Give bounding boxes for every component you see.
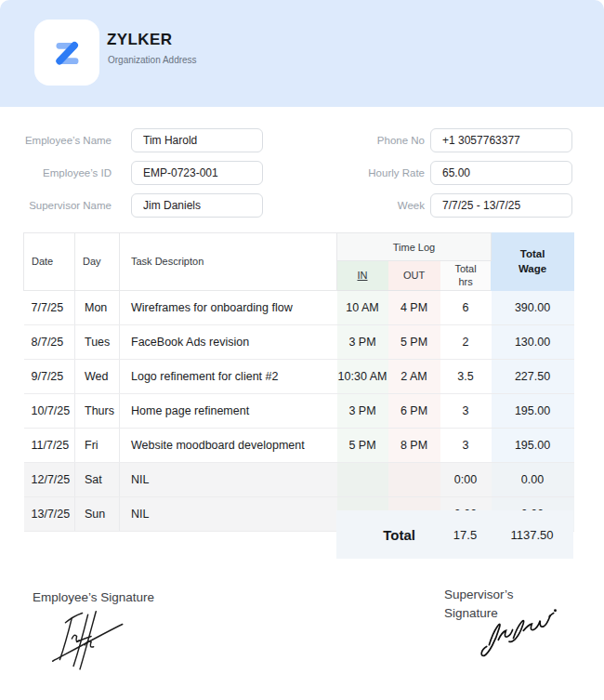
cell-task-description: FaceBook Ads revision <box>120 324 337 359</box>
timesheet-table: Date Day Task Descripton Time Log Total … <box>23 232 574 532</box>
cell-task-description: Wireframes for onboarding flow <box>120 290 337 324</box>
cell-total-wage: 195.00 <box>492 393 574 428</box>
phone-no-input[interactable] <box>430 128 572 152</box>
cell-date: 9/7/25 <box>24 359 75 393</box>
logo-tile <box>34 20 99 86</box>
week-label: Week <box>346 200 425 211</box>
header-total-hrs-label: Total hrs <box>450 262 481 289</box>
cell-time-out: 4 PM <box>388 290 440 324</box>
cell-day: Fri <box>75 428 120 462</box>
field-phone-no: Phone No <box>346 128 572 152</box>
cell-time-out: 5 PM <box>388 324 440 359</box>
total-wage-value: 1137.50 <box>491 528 573 542</box>
cell-time-out <box>388 462 440 496</box>
timesheet-row: 9/7/25 Wed Logo refinement for client #2… <box>24 359 574 393</box>
phone-no-label: Phone No <box>346 135 425 146</box>
org-address: Organization Address <box>108 55 197 65</box>
cell-day: Tues <box>75 324 120 359</box>
header-total-wage: Total Wage <box>492 233 574 291</box>
cell-day: Thurs <box>75 393 120 428</box>
supervisor-name-input[interactable] <box>131 193 263 218</box>
timesheet-row: 10/7/25 Thurs Home page refinement 3 PM … <box>24 393 574 428</box>
cell-total-hrs: 6 <box>440 290 492 324</box>
field-supervisor-name: Supervisor Name <box>0 193 263 218</box>
week-input[interactable] <box>430 193 572 218</box>
cell-total-hrs: 3.5 <box>440 359 492 393</box>
cell-task-description: Home page refinement <box>120 393 337 428</box>
field-week: Week <box>346 193 572 218</box>
total-row: Total 17.5 1137.50 <box>23 510 573 559</box>
employee-id-label: Employee’s ID <box>0 167 112 178</box>
header-task-description: Task Descripton <box>120 233 337 291</box>
field-hourly-rate: Hourly Rate <box>346 161 572 185</box>
cell-total-wage: 227.50 <box>492 359 574 393</box>
cell-task-description: Website moodboard development <box>120 428 337 462</box>
cell-total-hrs: 3 <box>440 428 492 462</box>
header-time-in: IN <box>337 261 388 291</box>
cell-time-out: 8 PM <box>388 428 440 462</box>
field-employee-id: Employee’s ID <box>0 161 263 185</box>
timesheet-row: 8/7/25 Tues FaceBook Ads revision 3 PM 5… <box>24 324 574 359</box>
cell-time-out: 2 AM <box>388 359 440 393</box>
total-block: Total 17.5 1137.50 <box>336 510 573 559</box>
cell-day: Wed <box>75 359 120 393</box>
timesheet-table-body: 7/7/25 Mon Wireframes for onboarding flo… <box>24 290 574 531</box>
form-left-column: Employee’s Name Employee’s ID Supervisor… <box>0 128 263 226</box>
cell-total-wage: 195.00 <box>492 428 574 462</box>
cell-time-in: 3 PM <box>337 393 388 428</box>
cell-date: 11/7/25 <box>24 428 75 462</box>
cell-day: Mon <box>75 290 120 324</box>
header-time-log: Time Log <box>337 233 492 261</box>
employee-name-label: Employee’s Name <box>0 135 112 146</box>
form-right-column: Phone No Hourly Rate Week <box>346 128 572 226</box>
header-total-hrs: Total hrs <box>440 261 492 291</box>
cell-time-in <box>337 462 388 496</box>
hourly-rate-label: Hourly Rate <box>346 167 425 178</box>
header-date: Date <box>24 233 75 291</box>
employee-id-input[interactable] <box>131 161 263 185</box>
employee-signature-icon <box>45 604 133 674</box>
cell-time-in: 3 PM <box>337 324 388 359</box>
cell-date: 7/7/25 <box>24 290 75 324</box>
timesheet-row: 12/7/25 Sat NIL 0:00 0.00 <box>24 462 574 496</box>
cell-time-out: 6 PM <box>388 393 440 428</box>
cell-total-wage: 0.00 <box>492 462 574 496</box>
header-band: ZYLKER Organization Address <box>0 0 604 107</box>
cell-date: 12/7/25 <box>24 462 75 496</box>
header-day: Day <box>75 233 120 291</box>
zylker-z-icon <box>46 32 88 74</box>
total-hours-value: 17.5 <box>440 528 491 542</box>
cell-time-in: 10 AM <box>337 290 388 324</box>
employee-name-input[interactable] <box>131 128 263 152</box>
header-time-out: OUT <box>388 261 440 291</box>
header-in-label: IN <box>358 270 368 281</box>
cell-date: 10/7/25 <box>24 393 75 428</box>
cell-day: Sat <box>75 462 120 496</box>
cell-task-description: Logo refinement for client #2 <box>120 359 337 393</box>
cell-total-wage: 390.00 <box>492 290 574 324</box>
cell-total-hrs: 3 <box>440 393 492 428</box>
cell-time-in: 10:30 AM <box>337 359 388 393</box>
timesheet-row: 11/7/25 Fri Website moodboard developmen… <box>24 428 574 462</box>
timesheet-row: 7/7/25 Mon Wireframes for onboarding flo… <box>24 290 574 324</box>
table-header: Date Day Task Descripton Time Log Total … <box>24 233 574 291</box>
field-employee-name: Employee’s Name <box>0 128 263 152</box>
supervisor-signature-icon <box>476 602 559 666</box>
cell-task-description: NIL <box>120 462 337 496</box>
header-total-wage-label: Total Wage <box>513 246 552 276</box>
cell-time-in: 5 PM <box>337 428 388 462</box>
cell-date: 8/7/25 <box>24 324 75 359</box>
hourly-rate-input[interactable] <box>430 161 572 185</box>
org-name: ZYLKER <box>107 31 172 49</box>
timesheet-page: ZYLKER Organization Address Employee’s N… <box>0 0 604 700</box>
cell-total-wage: 130.00 <box>492 324 574 359</box>
supervisor-name-label: Supervisor Name <box>0 200 112 211</box>
cell-total-hrs: 0:00 <box>440 462 492 496</box>
cell-total-hrs: 2 <box>440 324 492 359</box>
total-label: Total <box>336 527 440 543</box>
